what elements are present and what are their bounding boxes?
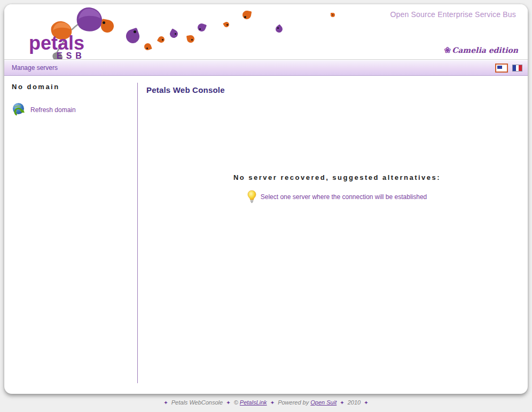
language-switcher: [495, 64, 522, 73]
petal-decoration: [276, 26, 283, 33]
sidebar: No domain: [4, 76, 137, 394]
petal-decoration: [242, 11, 251, 19]
petal-decoration: [144, 43, 151, 50]
footer: ✦ Petals WebConsole ✦ © PetalsLink ✦ Pow…: [0, 399, 532, 406]
globe-refresh-icon: [12, 102, 26, 117]
edition-label: ❀ Camelia edition: [444, 45, 518, 55]
suggestion-row: Select one server where the connection w…: [146, 190, 528, 203]
petal-decoration: [187, 35, 194, 43]
petal-decoration: [126, 29, 139, 43]
tagline: Open Source Enterprise Service Bus: [390, 10, 516, 19]
diamond-separator: ✦: [362, 400, 370, 406]
console-window: petals ESB Open Source Enterprise Servic…: [4, 4, 528, 394]
page-title: Petals Web Console: [146, 85, 528, 94]
camelia-flower-icon: ❀: [444, 45, 451, 55]
refresh-domain-label: Refresh domain: [30, 106, 76, 114]
menubar: Manage servers: [4, 60, 528, 76]
logo-esb-label: ESB: [57, 51, 85, 60]
fr-flag-icon[interactable]: [512, 65, 522, 72]
us-flag-icon[interactable]: [495, 64, 508, 73]
header: petals ESB Open Source Enterprise Servic…: [4, 4, 528, 60]
diamond-separator: ✦: [269, 400, 276, 406]
petal-decoration: [101, 20, 114, 33]
open-suit-link[interactable]: Open Suit: [310, 399, 337, 406]
no-server-message: No server recovered, suggested alternati…: [146, 173, 528, 203]
petalslink-link[interactable]: PetalsLink: [240, 399, 267, 406]
content-area: No domain: [4, 76, 528, 394]
lightbulb-icon: [247, 190, 256, 203]
menu-item-manage-servers[interactable]: Manage servers: [12, 64, 58, 72]
footer-year: 2010: [348, 399, 361, 406]
petal-decoration: [158, 36, 165, 43]
edition-text: Camelia edition: [452, 46, 518, 54]
logo-wordmark: petals: [29, 34, 84, 52]
petal-decoration: [331, 13, 335, 17]
petals-esb-logo: petals ESB: [26, 6, 122, 60]
refresh-domain-button[interactable]: Refresh domain: [12, 102, 132, 117]
message-title: No server recovered, suggested alternati…: [146, 173, 528, 181]
select-server-link[interactable]: Select one server where the connection w…: [261, 193, 427, 201]
sidebar-title: No domain: [12, 83, 132, 91]
footer-app-name: Petals WebConsole: [171, 399, 223, 406]
main-panel: Petals Web Console No server recovered, …: [138, 76, 528, 394]
footer-powered-by: Powered by: [278, 399, 309, 406]
diamond-separator: ✦: [162, 400, 169, 406]
diamond-separator: ✦: [338, 400, 346, 406]
petal-decoration: [170, 30, 178, 38]
petal-decoration: [198, 23, 206, 31]
footer-copyright: ©: [234, 399, 238, 406]
diamond-separator: ✦: [224, 400, 232, 406]
petal-decoration: [224, 22, 229, 27]
